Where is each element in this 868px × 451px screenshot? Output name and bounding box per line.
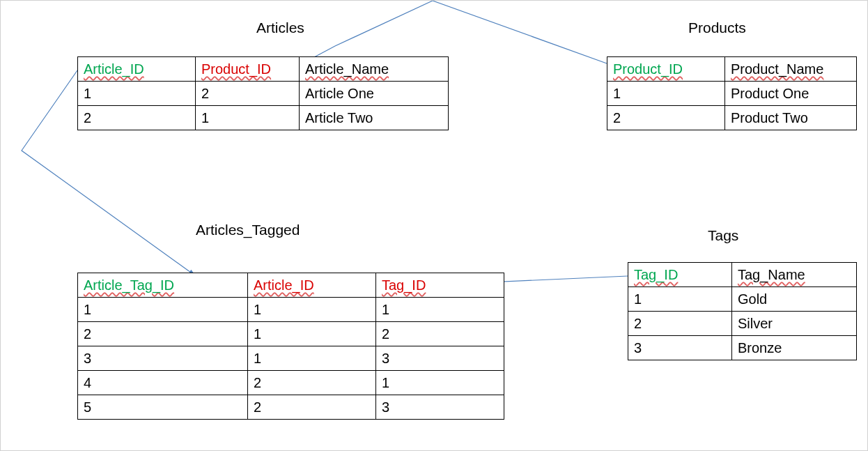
table-row: 2 1 Article Two xyxy=(78,106,449,130)
table-row: 2 Product Two xyxy=(607,106,857,130)
table-row: 2 1 2 xyxy=(78,322,504,346)
table-row: 1 2 Article One xyxy=(78,82,449,106)
table-row: 5 2 3 xyxy=(78,395,504,420)
articles-tagged-title: Articles_Tagged xyxy=(196,222,300,238)
articles-col-article-id: Article_ID xyxy=(84,61,144,77)
articles-tagged-table: Article_Tag_ID Article_ID Tag_ID 1 1 1 2… xyxy=(77,273,504,420)
tags-title: Tags xyxy=(708,227,738,244)
articles-tagged-header-row: Article_Tag_ID Article_ID Tag_ID xyxy=(78,273,504,298)
articles-tagged-col-tag-id: Tag_ID xyxy=(382,277,426,293)
table-row: 3 1 3 xyxy=(78,346,504,371)
table-row: 1 1 1 xyxy=(78,298,504,322)
articles-title: Articles xyxy=(256,20,304,36)
articles-tagged-col-article-id: Article_ID xyxy=(254,277,314,293)
products-col-product-name: Product_Name xyxy=(731,61,823,77)
articles-table: Article_ID Product_ID Article_Name 1 2 A… xyxy=(77,56,449,130)
tags-col-tag-name: Tag_Name xyxy=(738,267,805,282)
table-row: 2 Silver xyxy=(628,312,857,336)
products-title: Products xyxy=(688,20,746,36)
tags-col-tag-id: Tag_ID xyxy=(634,267,678,282)
diagram-canvas: Articles Article_ID Product_ID Article_N… xyxy=(0,0,868,451)
table-row: 4 2 1 xyxy=(78,371,504,395)
products-header-row: Product_ID Product_Name xyxy=(607,57,857,82)
table-row: 1 Gold xyxy=(628,287,857,312)
products-col-product-id: Product_ID xyxy=(613,61,683,77)
tags-table: Tag_ID Tag_Name 1 Gold 2 Silver 3 Bronze xyxy=(628,262,857,360)
articles-header-row: Article_ID Product_ID Article_Name xyxy=(78,57,449,82)
table-row: 3 Bronze xyxy=(628,336,857,360)
tags-header-row: Tag_ID Tag_Name xyxy=(628,263,857,287)
articles-col-product-id: Product_ID xyxy=(201,61,271,77)
articles-col-article-name: Article_Name xyxy=(305,61,389,77)
articles-tagged-col-id: Article_Tag_ID xyxy=(84,277,174,293)
products-table: Product_ID Product_Name 1 Product One 2 … xyxy=(607,56,857,130)
table-row: 1 Product One xyxy=(607,82,857,106)
